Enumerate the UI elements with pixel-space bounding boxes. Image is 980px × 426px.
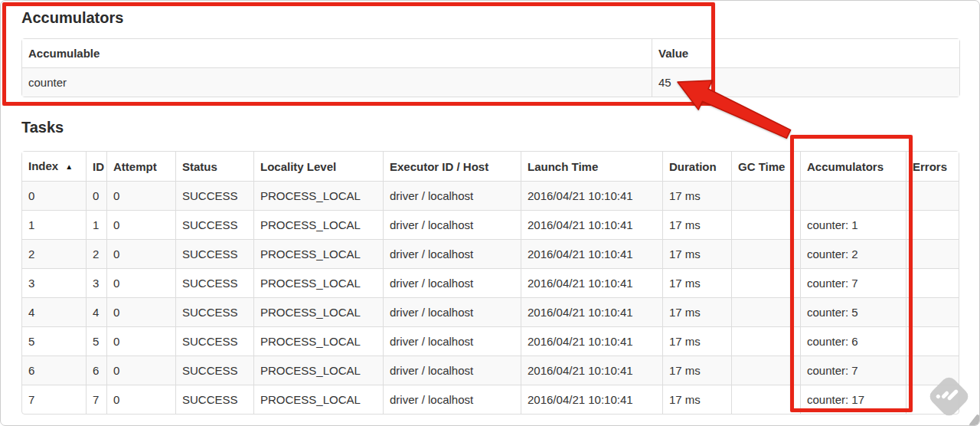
task-id-cell: 4 (86, 297, 106, 326)
task-row: 2 2 0 SUCCESS PROCESS_LOCAL driver / loc… (22, 239, 959, 268)
task-row: 6 6 0 SUCCESS PROCESS_LOCAL driver / loc… (22, 356, 959, 385)
task-duration-cell: 17 ms (662, 385, 731, 414)
accumulators-table: Accumulable Value counter 45 (21, 38, 960, 97)
task-executor-id-host-cell: driver / localhost (383, 181, 521, 210)
task-status-cell: SUCCESS (175, 181, 253, 210)
task-id-cell: 3 (86, 268, 106, 297)
task-launch-time-cell: 2016/04/21 10:10:41 (521, 210, 662, 239)
task-attempt-cell: 0 (106, 385, 175, 414)
task-locality-level-cell: PROCESS_LOCAL (253, 239, 383, 268)
task-id-cell: 5 (86, 326, 106, 356)
task-index-cell: 1 (22, 210, 86, 239)
task-index-cell: 2 (22, 239, 86, 268)
task-errors-cell (906, 210, 959, 239)
task-launch-time-cell: 2016/04/21 10:10:41 (521, 326, 662, 356)
column-header-locality-level[interactable]: Locality Level (253, 152, 383, 181)
task-executor-id-host-cell: driver / localhost (383, 268, 521, 297)
task-row: 3 3 0 SUCCESS PROCESS_LOCAL driver / loc… (22, 268, 959, 297)
task-executor-id-host-cell: driver / localhost (383, 239, 521, 268)
task-index-cell: 7 (22, 385, 86, 414)
task-row: 7 7 0 SUCCESS PROCESS_LOCAL driver / loc… (22, 385, 959, 414)
task-attempt-cell: 0 (106, 239, 175, 268)
cursor-fragment (969, 414, 980, 426)
task-duration-cell: 17 ms (662, 210, 731, 239)
task-locality-level-cell: PROCESS_LOCAL (253, 210, 383, 239)
task-attempt-cell: 0 (106, 210, 175, 239)
task-duration-cell: 17 ms (662, 268, 731, 297)
task-locality-level-cell: PROCESS_LOCAL (253, 268, 383, 297)
task-errors-cell (906, 297, 959, 326)
task-gc-time-cell (731, 268, 800, 297)
task-accumulators-cell: counter: 17 (800, 385, 906, 414)
column-header-errors[interactable]: Errors (906, 152, 959, 181)
task-attempt-cell: 0 (106, 297, 175, 326)
column-header-gc-time[interactable]: GC Time (731, 152, 800, 181)
task-errors-cell (906, 356, 959, 385)
task-status-cell: SUCCESS (175, 210, 253, 239)
task-status-cell: SUCCESS (175, 239, 253, 268)
task-accumulators-cell: counter: 6 (800, 326, 906, 356)
task-duration-cell: 17 ms (662, 181, 731, 210)
task-id-cell: 7 (86, 385, 106, 414)
column-header-attempt[interactable]: Attempt (106, 152, 175, 181)
task-executor-id-host-cell: driver / localhost (383, 385, 521, 414)
accumulable-name-cell: counter (22, 67, 652, 97)
task-status-cell: SUCCESS (175, 326, 253, 356)
task-row: 4 4 0 SUCCESS PROCESS_LOCAL driver / loc… (22, 297, 959, 326)
sort-ascending-icon: ▲ (65, 159, 73, 175)
tasks-header-row: Index▲ ID Attempt Status Locality Level … (22, 152, 959, 181)
accumulators-section: Accumulators Accumulable Value counter 4… (21, 10, 959, 97)
column-header-duration[interactable]: Duration (662, 152, 731, 181)
task-accumulators-cell: counter: 1 (800, 210, 906, 239)
column-header-executor-id-host[interactable]: Executor ID / Host (383, 152, 521, 181)
task-id-cell: 6 (86, 356, 106, 385)
task-status-cell: SUCCESS (175, 385, 253, 414)
column-header-accumulable: Accumulable (22, 39, 652, 67)
task-gc-time-cell (731, 326, 800, 356)
task-locality-level-cell: PROCESS_LOCAL (253, 297, 383, 326)
task-errors-cell (906, 239, 959, 268)
task-duration-cell: 17 ms (662, 326, 731, 356)
task-gc-time-cell (731, 385, 800, 414)
task-gc-time-cell (731, 239, 800, 268)
column-header-index[interactable]: Index▲ (22, 152, 86, 181)
column-header-accumulators[interactable]: Accumulators (800, 152, 906, 181)
spark-stage-page: Accumulators Accumulable Value counter 4… (0, 0, 980, 426)
task-accumulators-cell: counter: 2 (800, 239, 906, 268)
task-index-cell: 5 (22, 326, 86, 356)
task-attempt-cell: 0 (106, 356, 175, 385)
task-gc-time-cell (731, 181, 800, 210)
task-row: 5 5 0 SUCCESS PROCESS_LOCAL driver / loc… (22, 326, 959, 356)
task-index-cell: 4 (22, 297, 86, 326)
task-locality-level-cell: PROCESS_LOCAL (253, 385, 383, 414)
column-header-index-label: Index (28, 159, 58, 172)
accumulators-header-row: Accumulable Value (22, 39, 959, 67)
task-launch-time-cell: 2016/04/21 10:10:41 (521, 181, 662, 210)
accumulable-value-cell: 45 (652, 67, 959, 97)
task-accumulators-cell: counter: 7 (800, 356, 906, 385)
task-errors-cell (906, 326, 959, 356)
task-status-cell: SUCCESS (175, 297, 253, 326)
task-executor-id-host-cell: driver / localhost (383, 356, 521, 385)
task-launch-time-cell: 2016/04/21 10:10:41 (521, 385, 662, 414)
task-accumulators-cell: counter: 5 (800, 297, 906, 326)
task-executor-id-host-cell: driver / localhost (383, 326, 521, 356)
task-accumulators-cell (800, 181, 906, 210)
task-attempt-cell: 0 (106, 326, 175, 356)
task-locality-level-cell: PROCESS_LOCAL (253, 356, 383, 385)
task-row: 0 0 0 SUCCESS PROCESS_LOCAL driver / loc… (22, 181, 959, 210)
task-errors-cell (906, 268, 959, 297)
task-locality-level-cell: PROCESS_LOCAL (253, 326, 383, 356)
task-gc-time-cell (731, 210, 800, 239)
column-header-id[interactable]: ID (86, 152, 106, 181)
task-row: 1 1 0 SUCCESS PROCESS_LOCAL driver / loc… (22, 210, 959, 239)
task-id-cell: 1 (86, 210, 106, 239)
task-locality-level-cell: PROCESS_LOCAL (253, 181, 383, 210)
task-launch-time-cell: 2016/04/21 10:10:41 (521, 297, 662, 326)
task-duration-cell: 17 ms (662, 239, 731, 268)
task-executor-id-host-cell: driver / localhost (383, 297, 521, 326)
column-header-launch-time[interactable]: Launch Time (521, 152, 662, 181)
task-attempt-cell: 0 (106, 181, 175, 210)
task-status-cell: SUCCESS (175, 356, 253, 385)
column-header-status[interactable]: Status (175, 152, 253, 181)
